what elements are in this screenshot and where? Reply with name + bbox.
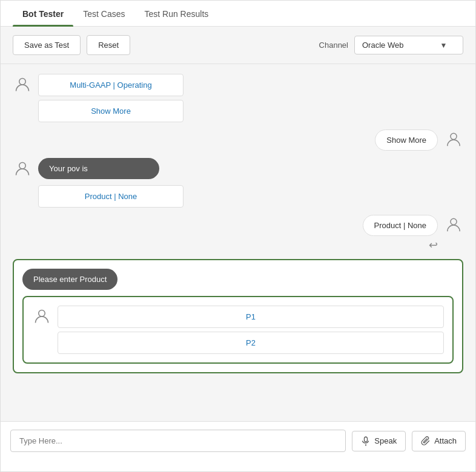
chevron-down-icon: ▼ (440, 41, 447, 50)
bot-options-1: Multi-GAAP | Operating Show More (38, 74, 183, 122)
tab-bar: Bot Tester Test Cases Test Run Results (1, 1, 475, 27)
channel-label: Channel (319, 41, 348, 50)
tab-test-run-results[interactable]: Test Run Results (134, 1, 218, 26)
user-message-row-2: Product | None (13, 215, 463, 236)
panel-options: P1 P2 (58, 306, 444, 354)
save-as-test-button[interactable]: Save as Test (13, 35, 81, 55)
active-panel-inner: P1 P2 (22, 296, 454, 364)
svg-point-2 (19, 163, 26, 169)
user-message-row-1: Show More (13, 129, 463, 151)
option-p1[interactable]: P1 (58, 306, 444, 328)
bot-message-1: Multi-GAAP | Operating Show More (13, 74, 463, 122)
option-multi-gaap[interactable]: Multi-GAAP | Operating (38, 74, 183, 96)
retry-icon[interactable]: ↩ (429, 238, 438, 252)
chat-input[interactable] (10, 430, 346, 452)
bot-message-2: Your pov is Product | None (13, 158, 463, 208)
user-bubble-1: Show More (375, 129, 438, 151)
reset-button[interactable]: Reset (87, 35, 130, 55)
tab-test-cases[interactable]: Test Cases (73, 1, 134, 26)
user-avatar-1 (444, 129, 463, 149)
bot-options-2: Your pov is Product | None (38, 158, 183, 208)
panel-header: Please enter Product (22, 269, 117, 290)
attach-button[interactable]: Attach (412, 431, 466, 451)
option-show-more-1[interactable]: Show More (38, 100, 183, 122)
bot-avatar-3 (32, 307, 51, 326)
chat-area: Multi-GAAP | Operating Show More Show Mo… (1, 64, 475, 421)
svg-rect-5 (365, 437, 368, 442)
input-bar: Speak Attach (1, 421, 475, 460)
toolbar: Save as Test Reset Channel Oracle Web ▼ (1, 27, 475, 64)
bot-avatar-1 (13, 75, 32, 94)
microphone-icon (361, 436, 371, 446)
active-panel: Please enter Product P1 P2 (13, 259, 463, 373)
speak-button[interactable]: Speak (352, 431, 406, 451)
paperclip-icon (421, 436, 431, 446)
user-avatar-2 (444, 215, 463, 234)
channel-dropdown[interactable]: Oracle Web ▼ (354, 36, 463, 54)
bot-avatar-2 (13, 159, 32, 179)
user-bubble-2: Product | None (363, 215, 438, 236)
svg-point-3 (451, 218, 457, 225)
svg-point-1 (451, 133, 457, 139)
channel-section: Channel Oracle Web ▼ (319, 36, 463, 54)
bot-speech-bubble-1: Your pov is (38, 158, 159, 179)
user-message-group-2: Product | None ↩ (13, 215, 463, 252)
retry-row: ↩ (13, 238, 463, 252)
svg-point-4 (39, 310, 45, 317)
tab-bot-tester[interactable]: Bot Tester (13, 1, 73, 26)
option-p2[interactable]: P2 (58, 332, 444, 354)
option-product-none[interactable]: Product | None (38, 185, 183, 208)
svg-point-0 (19, 79, 26, 85)
